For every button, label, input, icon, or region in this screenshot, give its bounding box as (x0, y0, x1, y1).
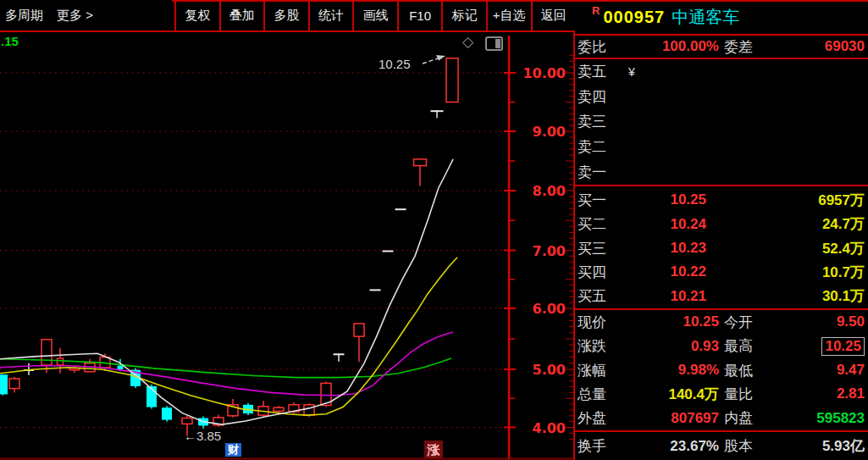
weicha-label: 委差 (724, 37, 773, 57)
panel-toggle-fill (495, 39, 500, 48)
toolbar-button-draw[interactable]: 画线 (352, 0, 397, 30)
toolbar-button-multistock[interactable]: 多股 (263, 0, 308, 30)
toolbar: 多周期 更多 > 复权 叠加 多股 统计 画线 F10 标记 +自选 返回 (0, 0, 575, 32)
margin-flag: R (592, 4, 600, 17)
ask-level-label: 卖二 (578, 137, 627, 157)
bid-levels: 买一 10.25 6957万 买二 10.24 24.7万 买三 10.23 5… (575, 188, 868, 310)
svg-text:5.00: 5.00 (533, 362, 566, 378)
top-border (172, 0, 868, 2)
inner-lot-value: 595823 (773, 410, 865, 427)
toolbar-button-back[interactable]: 返回 (531, 0, 576, 30)
ask-level-label: 卖五 (578, 62, 627, 81)
info-row-change-high: 涨跌 0.93 最高 10.25 (575, 334, 868, 357)
toolbar-button-overlay[interactable]: 叠加 (219, 0, 264, 30)
bid-level-label: 买一 (578, 191, 627, 210)
open-label: 今开 (724, 313, 773, 332)
info-row-volume-ratio: 总量 140.4万 量比 2.81 (575, 382, 868, 406)
low-label: 最低 (724, 361, 773, 380)
ask-row-2[interactable]: 卖二 (575, 135, 868, 160)
turnover-row-wrap: 换手 23.67% 股本 5.93亿 (575, 432, 868, 460)
yen-icon: ¥ (628, 65, 635, 79)
stock-terminal: 多周期 更多 > 复权 叠加 多股 统计 画线 F10 标记 +自选 返回 10… (0, 0, 868, 460)
share-capital-value: 5.93亿 (773, 436, 865, 456)
quote-panel: R 000957 中通客车 委比 100.00% 委差 69030 卖五 ¥ 卖… (573, 0, 868, 460)
low-value: 9.47 (773, 362, 865, 379)
total-volume-label: 总量 (578, 385, 624, 404)
info-row-pct-low: 涨幅 9.98% 最低 9.47 (575, 358, 868, 382)
ask-level-label: 卖四 (578, 87, 627, 107)
volume-ratio-label: 量比 (724, 385, 773, 404)
total-volume-value: 140.4万 (624, 385, 719, 404)
bid-row-1[interactable]: 买一 10.25 6957万 (575, 188, 868, 212)
ask-levels: 卖五 ¥ 卖四 卖三 卖二 卖一 (575, 59, 868, 186)
bid-level-label: 买三 (578, 239, 627, 258)
bid-row-5[interactable]: 买五 10.21 30.1万 (575, 285, 868, 308)
low-price-annotation: ←3.85 (184, 429, 221, 443)
stock-header: R 000957 中通客车 (575, 0, 868, 36)
limit-up-stamp: 涨 (424, 441, 443, 458)
quote-info: 现价 10.25 今开 9.50 涨跌 0.93 最高 10.25 涨幅 9.9… (575, 310, 868, 432)
turnover-label: 换手 (578, 436, 624, 456)
panel-toggle-icon[interactable] (485, 36, 503, 51)
toolbar-buttons: 复权 叠加 多股 统计 画线 F10 标记 +自选 返回 (174, 0, 575, 30)
high-value: 10.25 (821, 337, 865, 356)
bid-row-2[interactable]: 买二 10.24 24.7万 (575, 212, 868, 236)
toolbar-button-f10[interactable]: F10 (397, 0, 442, 30)
share-capital-label: 股本 (724, 436, 773, 456)
commission-ratio-row: 委比 100.00% 委差 69030 (575, 36, 868, 59)
svg-text:10.00: 10.00 (522, 65, 566, 81)
open-value: 9.50 (773, 313, 865, 330)
bid-price: 10.23 (627, 240, 706, 257)
ask-row-4[interactable]: 卖四 (575, 85, 868, 110)
inner-lot-label: 内盘 (724, 408, 773, 428)
svg-text:8.00: 8.00 (533, 183, 566, 199)
finance-news-badge[interactable]: 财 (225, 443, 241, 457)
bid-price: 10.21 (627, 288, 706, 305)
diamond-icon[interactable]: ◇ (462, 33, 473, 51)
toolbar-button-adjust[interactable]: 复权 (174, 0, 219, 30)
weicha-value: 69030 (773, 38, 865, 55)
bid-volume: 10.7万 (706, 263, 865, 282)
bid-volume: 24.7万 (706, 214, 865, 234)
bid-price: 10.22 (627, 263, 706, 280)
outer-lot-label: 外盘 (578, 408, 624, 428)
toolbar-button-add-watchlist[interactable]: +自选 (486, 0, 531, 30)
ask-row-3[interactable]: 卖三 (575, 109, 868, 135)
svg-text:7.00: 7.00 (533, 243, 566, 259)
svg-text:9.00: 9.00 (533, 124, 566, 140)
stock-code: 000957 (603, 8, 665, 27)
bid-price: 10.24 (627, 216, 706, 233)
bid-volume: 30.1万 (706, 286, 865, 306)
toolbar-button-stats[interactable]: 统计 (308, 0, 353, 30)
multi-period-button[interactable]: 多周期 (5, 8, 43, 24)
bid-volume: 6957万 (706, 191, 865, 210)
more-button[interactable]: 更多 > (57, 8, 93, 24)
ma-legend-fragment: .15 (1, 34, 19, 48)
change-label: 涨跌 (578, 336, 624, 356)
bid-volume: 52.4万 (706, 239, 865, 258)
svg-text:6.00: 6.00 (533, 301, 566, 317)
volume-ratio-value: 2.81 (773, 385, 865, 402)
bid-level-label: 买二 (578, 214, 627, 234)
bid-level-label: 买四 (578, 263, 627, 282)
toolbar-left: 多周期 更多 > (0, 0, 174, 30)
bid-row-4[interactable]: 买四 10.22 10.7万 (575, 260, 868, 284)
change-pct-label: 涨幅 (578, 361, 624, 380)
svg-text:4.00: 4.00 (533, 420, 566, 436)
chart-area[interactable]: 10.009.008.007.006.005.004.00 .15 10.25 … (0, 32, 575, 460)
info-row-turnover-shares: 换手 23.67% 股本 5.93亿 (575, 432, 868, 460)
ask-level-label: 卖一 (578, 163, 627, 182)
weibi-label: 委比 (578, 37, 624, 57)
ask-row-5[interactable]: 卖五 ¥ (575, 59, 868, 85)
toolbar-button-mark[interactable]: 标记 (441, 0, 486, 30)
high-price-annotation: 10.25 (379, 57, 411, 71)
current-price-label: 现价 (578, 313, 624, 332)
bid-row-3[interactable]: 买三 10.23 52.4万 (575, 236, 868, 260)
candlestick-chart[interactable]: 10.009.008.007.006.005.004.00 (0, 32, 575, 460)
info-row-outer-inner: 外盘 807697 内盘 595823 (575, 407, 868, 430)
ask-row-1[interactable]: 卖一 (575, 159, 868, 185)
turnover-value: 23.67% (624, 438, 719, 455)
ask-level-label: 卖三 (578, 112, 627, 131)
change-pct-value: 9.98% (624, 362, 719, 379)
info-row-price-open: 现价 10.25 今开 9.50 (575, 310, 868, 334)
